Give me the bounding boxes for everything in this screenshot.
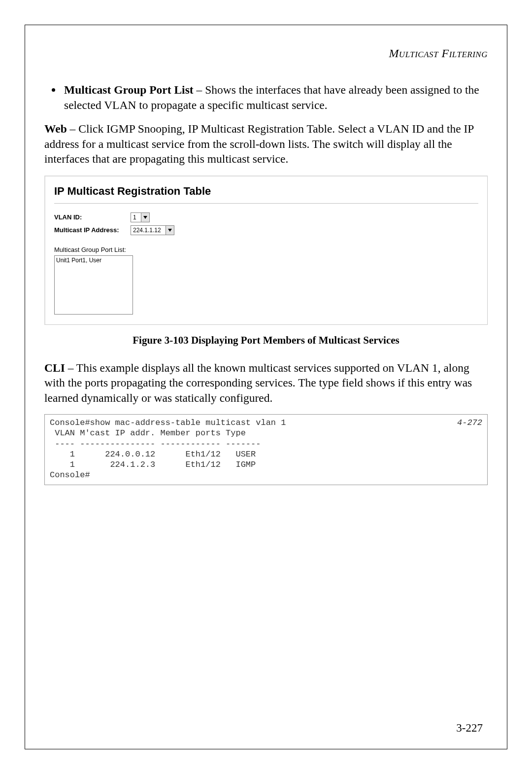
web-paragraph: Web – Click IGMP Snooping, IP Multicast … [44, 121, 488, 167]
page-sheet: Multicast Filtering Multicast Group Port… [0, 0, 532, 774]
port-list-item: Unit1 Port1, User [56, 257, 131, 265]
cli-line: ---- --------------- ------------ ------… [50, 439, 261, 449]
cli-rest: – This example displays all the known mu… [44, 361, 472, 404]
page-number: 3-227 [456, 722, 483, 735]
vlan-id-dropdown[interactable]: 1 [131, 212, 150, 222]
figure-caption: Figure 3-103 Displaying Port Members of … [44, 334, 488, 347]
cli-line: 1 224.1.2.3 Eth1/12 IGMP [50, 460, 256, 469]
ui-title: IP Multicast Registration Table [54, 184, 478, 199]
web-lead: Web [44, 122, 67, 135]
chevron-down-icon [166, 226, 174, 235]
cli-line: 1 224.0.0.12 Eth1/12 USER [50, 450, 256, 459]
chevron-down-icon [141, 213, 149, 222]
vlan-id-value: 1 [131, 213, 141, 222]
multicast-ip-value: 224.1.1.12 [131, 226, 166, 235]
cli-crossref: 4-272 [457, 418, 482, 428]
multicast-ip-dropdown[interactable]: 224.1.1.12 [131, 225, 174, 235]
bullet-term: Multicast Group Port List [64, 83, 194, 96]
multicast-ip-label: Multicast IP Address: [54, 226, 131, 235]
bullet-list: Multicast Group Port List – Shows the in… [44, 82, 488, 112]
running-header: Multicast Filtering [44, 47, 488, 60]
cli-lead: CLI [44, 361, 65, 374]
cli-line: Console#show mac-address-table multicast… [50, 418, 286, 427]
ui-panel: IP Multicast Registration Table VLAN ID:… [44, 176, 488, 325]
vlan-row: VLAN ID: 1 [54, 212, 478, 222]
svg-marker-1 [168, 229, 172, 232]
cli-line: Console# [50, 470, 90, 480]
cli-paragraph: CLI – This example displays all the know… [44, 360, 488, 406]
multicast-ip-row: Multicast IP Address: 224.1.1.12 [54, 225, 478, 235]
bullet-item: Multicast Group Port List – Shows the in… [62, 82, 488, 112]
port-list-box[interactable]: Unit1 Port1, User [54, 255, 133, 315]
cli-line: VLAN M'cast IP addr. Member ports Type [50, 428, 246, 438]
cli-output-block: 4-272Console#show mac-address-table mult… [44, 414, 488, 485]
ui-divider [54, 203, 478, 204]
web-rest: – Click IGMP Snooping, IP Multicast Regi… [44, 122, 474, 165]
port-list-label: Multicast Group Port List: [54, 246, 478, 254]
vlan-id-label: VLAN ID: [54, 213, 131, 222]
svg-marker-0 [143, 216, 147, 219]
body-content: Multicast Group Port List – Shows the in… [44, 82, 488, 485]
